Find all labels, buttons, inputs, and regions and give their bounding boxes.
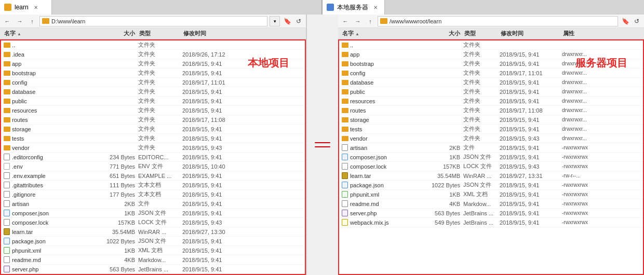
right-col-modified[interactable]: 修改时间 — [499, 30, 561, 37]
right-toolbar-icons: 🔖 ↺ — [620, 16, 642, 26]
right-file-row[interactable]: ..文件夹 — [339, 40, 643, 50]
right-col-attr[interactable]: 属性 — [561, 30, 642, 37]
left-file-row[interactable]: tests文件夹2018/9/15, 9:41 — [1, 134, 305, 143]
right-file-row[interactable]: learn.tar35.54MBWinRAR ...2018/9/27, 13:… — [339, 171, 643, 181]
right-path-bar[interactable]: /www/wwwroot/learn — [378, 16, 618, 26]
left-refresh-btn[interactable]: ↺ — [293, 16, 304, 26]
right-file-row[interactable]: artisan2KB文件2018/9/15, 9:41-rwxrwxrwx — [339, 143, 643, 153]
left-file-row[interactable]: routes文件夹2018/9/17, 11:08 — [1, 115, 305, 125]
left-path-bar[interactable]: D:\www\learn — [39, 16, 267, 26]
right-col-type[interactable]: 类型 — [462, 30, 499, 37]
left-file-row[interactable]: package.json1022 BytesJSON 文件2018/9/15, … — [1, 237, 305, 246]
left-back-btn[interactable]: ← — [2, 16, 12, 26]
left-tab-icon — [4, 4, 11, 11]
left-file-row[interactable]: config文件夹2018/9/17, 11:01 — [1, 78, 305, 87]
right-file-row[interactable]: config文件夹2018/9/17, 11:01drwxrwxr... — [339, 68, 643, 78]
right-tab[interactable]: 本地服务器 ✕ — [323, 0, 385, 15]
right-file-row[interactable]: database文件夹2018/9/15, 9:41drwxrwxr... — [339, 78, 643, 87]
left-path-text: D:\www\learn — [51, 18, 85, 24]
left-file-row[interactable]: readme.md4KBMarkdow...2018/9/15, 9:41 — [1, 255, 305, 265]
left-col-modified[interactable]: 修改时间 — [181, 30, 304, 37]
left-file-row[interactable]: bootstrap文件夹2018/9/15, 9:41 — [1, 68, 305, 78]
right-file-row[interactable]: public文件夹2018/9/15, 9:41drwxrwxr... — [339, 87, 643, 97]
left-tab-close[interactable]: ✕ — [34, 5, 38, 10]
left-file-row[interactable]: .editorconfig234 BytesEDITORC...2018/9/1… — [1, 153, 305, 162]
right-up-btn[interactable]: ↑ — [365, 16, 375, 26]
right-file-row[interactable]: vendor文件夹2018/9/15, 9:43drwxrwxr... — [339, 134, 643, 143]
left-column-header: 名字 ▲ 大小 类型 修改时间 — [0, 28, 306, 39]
right-toolbar: ← → ↑ /www/wwwroot/learn 🔖 ↺ — [338, 15, 644, 28]
right-file-row[interactable]: readme.md4KBMarkdow...2018/9/15, 9:41-rw… — [339, 199, 643, 209]
right-forward-btn[interactable]: → — [353, 16, 363, 26]
right-file-row[interactable]: resources文件夹2018/9/15, 9:41drwxrwxr... — [339, 97, 643, 106]
left-file-row[interactable]: .env.example651 BytesEXAMPLE ...2018/9/1… — [1, 171, 305, 181]
left-file-row[interactable]: public文件夹2018/9/15, 9:41 — [1, 97, 305, 106]
left-path-dropdown[interactable]: ▾ — [270, 16, 280, 26]
right-col-name[interactable]: 名字 ▲ — [340, 30, 421, 37]
right-file-row[interactable]: storage文件夹2018/9/15, 9:41drwxrwxr... — [339, 115, 643, 125]
left-bookmark-btn[interactable]: 🔖 — [282, 16, 292, 26]
left-file-row[interactable]: composer.json1KBJSON 文件2018/9/15, 9:41 — [1, 209, 305, 218]
right-file-row[interactable]: package.json1022 BytesJSON 文件2018/9/15, … — [339, 181, 643, 190]
left-col-name[interactable]: 名字 ▲ — [2, 30, 93, 37]
left-up-btn[interactable]: ↑ — [27, 16, 37, 26]
left-path-folder-icon — [42, 18, 49, 24]
left-toolbar: ← → ↑ D:\www\learn ▾ 🔖 ↺ — [0, 15, 306, 28]
left-file-row[interactable]: .env771 BytesENV 文件2018/9/15, 10:40 — [1, 162, 305, 171]
left-file-row[interactable]: .idea文件夹2018/9/26, 17:12 — [1, 50, 305, 59]
right-file-row[interactable]: routes文件夹2018/9/17, 11:08drwxrwxr... — [339, 106, 643, 115]
left-file-row[interactable]: app文件夹2018/9/15, 9:41 — [1, 59, 305, 68]
left-file-row[interactable]: resources文件夹2018/9/15, 9:41 — [1, 106, 305, 115]
right-path-folder-icon — [380, 18, 387, 24]
left-file-row[interactable]: vendor文件夹2018/9/15, 9:43 — [1, 143, 305, 153]
right-file-row[interactable]: phpunit.xml1KBXML 文档2018/9/15, 9:41-rwxr… — [339, 190, 643, 199]
arrow-panel — [307, 15, 338, 275]
right-path-text: /www/wwwroot/learn — [390, 18, 441, 24]
right-tab-label: 本地服务器 — [337, 3, 368, 12]
right-file-row[interactable]: app文件夹2018/9/15, 9:41drwxrwxr... — [339, 50, 643, 59]
left-file-row[interactable]: composer.lock157KBLOCK 文件2018/9/15, 9:43 — [1, 218, 305, 227]
left-file-row[interactable]: .gitattributes111 Bytes文本文档2018/9/15, 9:… — [1, 181, 305, 190]
left-file-row[interactable]: artisan2KB文件2018/9/15, 9:41 — [1, 199, 305, 209]
left-toolbar-icons: 🔖 ↺ — [282, 16, 304, 26]
right-file-row[interactable]: webpack.mix.js549 BytesJetBrains ...2018… — [339, 218, 643, 227]
left-file-row[interactable]: storage文件夹2018/9/15, 9:41 — [1, 125, 305, 134]
left-file-list: 本地项目..文件夹.idea文件夹2018/9/26, 17:12app文件夹2… — [0, 39, 306, 275]
left-tab[interactable]: learn ✕ — [0, 0, 52, 15]
right-column-header: 名字 ▲ 大小 类型 修改时间 属性 — [338, 28, 644, 39]
right-file-row[interactable]: composer.json1KBJSON 文件2018/9/15, 9:41-r… — [339, 153, 643, 162]
right-bookmark-btn[interactable]: 🔖 — [620, 16, 630, 26]
left-file-row[interactable]: .gitignore177 Bytes文本文档2018/9/15, 9:41 — [1, 190, 305, 199]
left-file-row[interactable]: ..文件夹 — [1, 40, 305, 50]
left-col-type[interactable]: 类型 — [137, 30, 181, 37]
left-file-row[interactable]: learn.tar35.54MBWinRAR ...2018/9/27, 13:… — [1, 227, 305, 237]
left-forward-btn[interactable]: → — [15, 16, 25, 26]
right-tab-icon — [327, 4, 334, 11]
right-refresh-btn[interactable]: ↺ — [632, 16, 642, 26]
right-back-btn[interactable]: ← — [340, 16, 351, 26]
left-col-size[interactable]: 大小 — [93, 30, 137, 37]
right-file-row[interactable]: tests文件夹2018/9/15, 9:41drwxrwxr... — [339, 125, 643, 134]
left-file-row[interactable]: server.php563 BytesJetBrains ...2018/9/1… — [1, 265, 305, 274]
left-file-row[interactable]: phpunit.xml1KBXML 文档2018/9/15, 9:41 — [1, 246, 305, 255]
right-file-list: 服务器项目..文件夹app文件夹2018/9/15, 9:41drwxrwxr.… — [338, 39, 644, 275]
right-tab-close[interactable]: ✕ — [373, 5, 378, 10]
left-tab-label: learn — [15, 4, 29, 11]
right-col-size[interactable]: 大小 — [421, 30, 462, 37]
right-file-row[interactable]: composer.lock157KBLOCK 文件2018/9/15, 9:43… — [339, 162, 643, 171]
left-file-row[interactable]: database文件夹2018/9/15, 9:41 — [1, 87, 305, 97]
right-file-row[interactable]: server.php563 BytesJetBrains ...2018/9/1… — [339, 209, 643, 218]
right-file-row[interactable]: bootstrap文件夹2018/9/15, 9:41drwxrwxr... — [339, 59, 643, 68]
